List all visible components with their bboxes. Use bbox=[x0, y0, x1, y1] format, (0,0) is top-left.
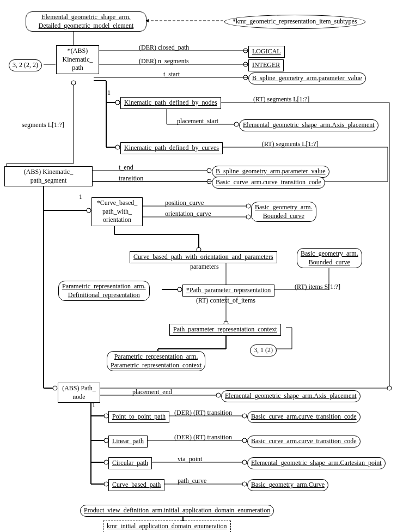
der-rt-trans2-label: (DER) (RT) transition bbox=[174, 433, 232, 442]
svg-point-65 bbox=[216, 393, 221, 397]
prc-arm-text: Parametric_representation_arm. Parametri… bbox=[111, 353, 201, 369]
svg-point-5 bbox=[243, 49, 248, 53]
t-end-label: t_end bbox=[119, 164, 133, 172]
rt-segments1-label: (RT) segments L[1:?] bbox=[253, 95, 309, 104]
svg-point-80 bbox=[104, 482, 108, 486]
axis-placement2-text: Elemental_geometric_shape_arm.Axis_place… bbox=[225, 392, 357, 400]
pvd-enum-text: Product_view_definition_arm.initial_appl… bbox=[84, 506, 270, 514]
svg-point-78 bbox=[242, 460, 247, 464]
kmr-subtypes-ellipse: *kmr_geometric_representation_item_subty… bbox=[224, 15, 365, 29]
path-param-rep-box: *Path_parameter_representation bbox=[182, 285, 274, 297]
bspline-param-text: B_spline_geometry_arm.parameter_value bbox=[252, 74, 362, 82]
path-node-text: (ABS) Path_ node bbox=[62, 384, 96, 401]
kmr-subtypes-text: *kmr_geometric_representation_item_subty… bbox=[233, 17, 357, 25]
pvd-enum-box: Product_view_definition_arm.initial_appl… bbox=[80, 505, 274, 517]
curve-text: Basic_geometry_arm.Curve bbox=[251, 481, 325, 488]
kinematic-path-text: *(ABS) Kinematic_ path bbox=[63, 47, 93, 71]
trans-code3-box: Basic_curve_arm.curve_transition_code bbox=[247, 436, 361, 448]
rt-items-label: (RT) items S[1:?] bbox=[295, 283, 340, 291]
kp-segment-text: (ABS) Kinematic_ path_segment bbox=[24, 168, 73, 184]
axis-placement-text: Elemental_geometric_shape_arm.Axis_place… bbox=[243, 121, 375, 129]
circle-3-2: 3, 2 (2, 2) bbox=[9, 59, 42, 71]
one-a-label: 1 bbox=[107, 89, 111, 97]
bspline-param-box: B_spline_geometry_arm.parameter_value bbox=[248, 72, 366, 84]
circle-3-1: 3, 1 (2) bbox=[250, 344, 277, 356]
prc-arm-box: Parametric_representation_arm. Parametri… bbox=[107, 351, 205, 371]
cbp-w-params-box: Curve_based_path_with_orientation_and_pa… bbox=[130, 251, 277, 263]
svg-point-25 bbox=[234, 122, 239, 126]
linear-path-text: Linear_path bbox=[112, 437, 144, 445]
der-closed-path-label: (DER) closed_path bbox=[139, 44, 189, 52]
placement-end-label: placement_end bbox=[132, 388, 172, 396]
svg-point-15 bbox=[115, 100, 120, 105]
svg-point-34 bbox=[207, 179, 211, 184]
ppr-context-text: Path_parameter_representation_context bbox=[173, 325, 277, 333]
rt-segments2-label: (RT) segments L[1:?] bbox=[262, 140, 318, 148]
curve-based-path-text: Curve_based_path bbox=[112, 481, 161, 488]
svg-point-68 bbox=[104, 414, 108, 418]
axis-placement2-box: Elemental_geometric_shape_arm.Axis_place… bbox=[221, 390, 361, 402]
svg-point-51 bbox=[178, 287, 182, 292]
kp-curves-box: Kinematic_path_defined_by_curves bbox=[120, 142, 223, 154]
der-rt-trans-label: (DER) (RT) transition bbox=[174, 409, 232, 417]
logical-text: LOGICAL bbox=[252, 47, 281, 55]
circular-path-text: Circular_path bbox=[112, 459, 148, 467]
circle-3-1-text: 3, 1 (2) bbox=[254, 346, 273, 354]
transition-label: transition bbox=[119, 174, 143, 183]
trans-code-box: Basic_curve_arm.curve_transition_code bbox=[212, 177, 325, 189]
svg-point-17 bbox=[115, 145, 120, 149]
cart-point-text: Elemental_geometric_shape_arm.Cartesian_… bbox=[251, 459, 382, 467]
kp-curves-text: Kinematic_path_defined_by_curves bbox=[124, 144, 219, 152]
t-start-label: t_start bbox=[163, 70, 180, 78]
parameters-label: parameters bbox=[190, 263, 219, 271]
svg-point-7 bbox=[243, 62, 248, 66]
svg-point-9 bbox=[243, 75, 248, 80]
placement-start-label: placement_start bbox=[177, 117, 218, 125]
kp-nodes-text: Kinematic_path_defined_by_nodes bbox=[124, 99, 217, 106]
svg-point-32 bbox=[207, 168, 211, 173]
bspline-param2-text: B_spline_geometry_arm.parameter_value bbox=[216, 167, 326, 175]
integer-text: INTEGER bbox=[252, 61, 280, 69]
circle-3-2-text: 3, 2 (2, 2) bbox=[13, 61, 38, 69]
bounded-curve-text: Basic_geometry_arm. Bounded_curve bbox=[255, 203, 313, 220]
svg-point-41 bbox=[246, 204, 251, 208]
rt-context-label: (RT) context_of_items bbox=[196, 297, 255, 305]
kmr-enum-box: kmr_initial_application_domain_enumerati… bbox=[103, 521, 231, 532]
param-rep-arm-box: Parametric_representation_arm. Definitio… bbox=[58, 281, 150, 301]
linear-path-box: Linear_path bbox=[108, 436, 148, 448]
trans-code2-text: Basic_curve_arm.curve_transition_code bbox=[251, 413, 357, 420]
param-rep-arm-text: Parametric_representation_arm. Definitio… bbox=[62, 282, 146, 299]
axis-placement-box: Elemental_geometric_shape_arm.Axis_place… bbox=[239, 119, 378, 131]
curve-based-path-box: Curve_based_path bbox=[108, 479, 164, 491]
p2p-path-text: Point_to_point_path bbox=[112, 413, 166, 420]
kp-segment-box: (ABS) Kinematic_ path_segment bbox=[4, 166, 93, 186]
svg-point-76 bbox=[104, 460, 108, 464]
orientation-curve-label: orientation_curve bbox=[165, 210, 211, 218]
kinematic-path-box: *(ABS) Kinematic_ path bbox=[56, 45, 99, 74]
svg-point-10 bbox=[71, 81, 76, 85]
curve-box: Basic_geometry_arm.Curve bbox=[247, 479, 328, 491]
path-param-rep-text: *Path_parameter_representation bbox=[186, 286, 271, 294]
one-c-label: 1 bbox=[92, 401, 95, 409]
via-point-label: via_point bbox=[178, 455, 202, 463]
svg-point-36 bbox=[53, 386, 57, 390]
circular-path-box: Circular_path bbox=[108, 457, 152, 469]
one-b-label: 1 bbox=[79, 193, 82, 201]
bspline-param2-box: B_spline_geometry_arm.parameter_value bbox=[212, 166, 329, 178]
elem-geom-shape-box: Elemental_geometric_shape_arm. Detailed_… bbox=[26, 11, 146, 32]
logical-box: LOGICAL bbox=[248, 46, 285, 58]
elem-geom-shape-text: Elemental_geometric_shape_arm. Detailed_… bbox=[39, 13, 134, 29]
svg-point-74 bbox=[242, 438, 247, 443]
svg-point-82 bbox=[242, 482, 247, 486]
integer-box: INTEGER bbox=[248, 59, 284, 71]
svg-point-39 bbox=[87, 208, 91, 213]
path-node-box: (ABS) Path_ node bbox=[58, 383, 100, 403]
svg-point-43 bbox=[246, 215, 251, 219]
position-curve-label: position_curve bbox=[165, 199, 204, 207]
bounded-curve2-box: Basic_geometry_arm. Bounded_curve bbox=[297, 248, 362, 268]
path-curve-label: path_curve bbox=[178, 477, 206, 485]
p2p-path-box: Point_to_point_path bbox=[108, 411, 169, 423]
svg-point-70 bbox=[242, 414, 247, 418]
curve-based-or-text: *Curve_based_ path_with_ orientation bbox=[97, 199, 138, 223]
svg-point-72 bbox=[104, 438, 108, 443]
